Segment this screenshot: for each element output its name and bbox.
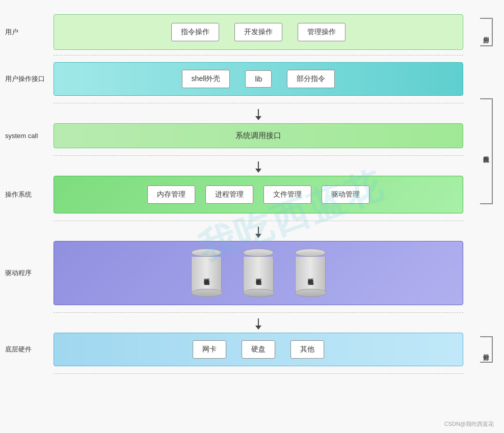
hardware-item-1: 硬盘 <box>242 340 275 359</box>
os-layer-label: 操作系统 <box>5 176 54 213</box>
arrow-to-syscall <box>255 109 261 120</box>
arrow-to-driver <box>255 227 261 238</box>
syscall-block: 系统调用接口 <box>54 123 463 148</box>
os-layer-block: 内存管理 进程管理 文件管理 驱动管理 <box>54 176 463 213</box>
driver-cylinder-1: 硬盘驱动 <box>240 249 277 297</box>
syscall-annotation: 系统软件部分 <box>480 98 493 204</box>
user-layer-label: 用户 <box>5 14 54 50</box>
arrow-to-os <box>255 161 261 173</box>
cylinder-body-2: 其他驱动 <box>295 257 326 292</box>
hardware-layer-block: 网卡 硬盘 其他 <box>54 333 463 366</box>
driver-block: 磁盘驱动 硬盘驱动 其他驱动 <box>54 241 463 305</box>
os-block: 内存管理 进程管理 文件管理 驱动管理 <box>54 176 463 213</box>
cylinder-top-2 <box>295 249 326 257</box>
interface-block: shell外壳 lib 部分指令 <box>54 62 463 96</box>
syscall-layer-label: system call <box>5 123 54 148</box>
driver-layer-block: 磁盘驱动 硬盘驱动 其他驱动 <box>54 241 463 305</box>
user-block: 指令操作 开发操作 管理操作 <box>54 14 463 50</box>
interface-layer-block: shell外壳 lib 部分指令 <box>54 62 463 96</box>
syscall-layer-block: 系统调用接口 <box>54 123 463 148</box>
user-annotation: 用户部分 <box>480 18 493 46</box>
syscall-text: 系统调用接口 <box>235 131 281 141</box>
cylinder-top-1 <box>243 249 274 257</box>
hardware-item-0: 网卡 <box>193 340 226 359</box>
hardware-item-2: 其他 <box>290 340 324 359</box>
driver-cylinder-0: 磁盘驱动 <box>188 249 225 297</box>
cylinder-body-1: 硬盘驱动 <box>243 257 274 292</box>
driver-layer-label: 驱动程序 <box>5 241 54 305</box>
hardware-annotation: 硬件部分 <box>480 336 493 363</box>
os-item-3: 驱动管理 <box>322 185 369 204</box>
hardware-block: 网卡 硬盘 其他 <box>54 333 463 366</box>
cylinder-top-0 <box>191 249 222 257</box>
cylinder-body-0: 磁盘驱动 <box>191 257 222 292</box>
interface-item-0: shell外壳 <box>182 70 230 88</box>
user-item-0: 指令操作 <box>171 23 219 41</box>
content-area: 用户 指令操作 开发操作 管理操作 用户部分 用户操作接口 s <box>5 9 494 424</box>
user-layer-block: 指令操作 开发操作 管理操作 <box>54 14 463 50</box>
interface-item-1: lib <box>245 70 272 88</box>
driver-cylinder-2: 其他驱动 <box>292 249 329 297</box>
user-item-1: 开发操作 <box>234 23 282 41</box>
os-item-0: 内存管理 <box>147 185 195 204</box>
footer-text: CSDN@我吃西蓝花 <box>444 420 494 428</box>
interface-item-2: 部分指令 <box>287 70 335 88</box>
user-item-2: 管理操作 <box>298 23 346 41</box>
hardware-layer-label: 底层硬件 <box>5 333 54 366</box>
interface-layer-label: 用户操作接口 <box>5 62 54 96</box>
os-item-1: 进程管理 <box>205 185 253 204</box>
arrow-to-hardware <box>255 318 261 330</box>
main-container: 我吃西蓝花 用户 指令操作 开发操作 管理操作 用户部分 用户操作接口 <box>0 0 504 433</box>
os-item-2: 文件管理 <box>263 185 311 204</box>
